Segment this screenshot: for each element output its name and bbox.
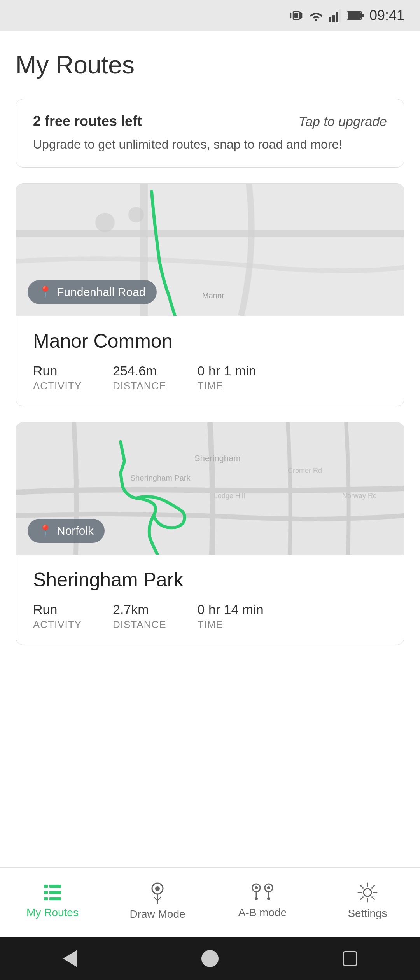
stat-time-label-manor: TIME [198,380,256,392]
stat-distance-value-sheringham: 2.7km [113,602,166,617]
recents-button[interactable] [340,948,361,970]
route-info-sheringham: Sheringham Park Run ACTIVITY 2.7km DISTA… [16,555,404,645]
draw-mode-icon [147,881,168,904]
stat-distance-label-manor: DISTANCE [113,380,166,392]
svg-rect-8 [336,12,338,22]
upgrade-banner[interactable]: 2 free routes left Tap to upgrade Upgrad… [16,99,404,168]
nav-label-draw-mode: Draw Mode [130,908,185,920]
route-stats-sheringham: Run ACTIVITY 2.7km DISTANCE 0 hr 14 min … [33,602,387,631]
svg-point-36 [267,886,270,889]
svg-text:Norway Rd: Norway Rd [342,492,377,500]
svg-point-17 [128,207,144,222]
stat-distance-value-manor: 254.6m [113,363,166,378]
tap-to-upgrade: Tap to upgrade [299,114,387,129]
stat-time-value-manor: 0 hr 1 min [198,363,256,378]
svg-rect-7 [332,15,335,22]
nav-label-ab-mode: A-B mode [238,906,287,919]
home-icon [201,950,219,967]
pin-icon-sheringham: 📍 [38,524,52,537]
svg-point-34 [255,886,258,889]
svg-text:Sheringham Park: Sheringham Park [130,474,191,482]
route-card-sheringham[interactable]: Sheringham Sheringham Park Lodge Hill Cr… [16,422,404,645]
svg-point-32 [155,886,160,891]
stat-activity-value-manor: Run [33,363,82,378]
stat-activity-value-sheringham: Run [33,602,82,617]
signal-icon [329,9,341,22]
location-name-sheringham: Norfolk [57,524,94,537]
stat-distance-label-sheringham: DISTANCE [113,619,166,631]
svg-rect-28 [49,891,61,894]
location-tag-sheringham: 📍 Norfolk [28,519,105,543]
status-bar: 09:41 [0,0,420,31]
svg-point-38 [267,897,270,900]
nav-label-my-routes: My Routes [26,906,79,919]
svg-rect-11 [348,12,361,19]
back-icon [63,950,77,967]
svg-point-39 [364,889,371,896]
svg-rect-9 [340,9,341,22]
svg-text:Lodge Hill: Lodge Hill [214,492,245,500]
svg-text:Sheringham: Sheringham [194,453,241,463]
status-time: 09:41 [369,7,404,24]
map-sheringham-park: Sheringham Sheringham Park Lodge Hill Cr… [16,422,404,555]
stat-time-value-sheringham: 0 hr 14 min [198,602,264,617]
recents-icon [343,951,357,966]
route-info-manor: Manor Common Run ACTIVITY 254.6m DISTANC… [16,316,404,406]
stat-activity-manor: Run ACTIVITY [33,363,82,392]
upgrade-description: Upgrade to get unlimited routes, snap to… [33,136,387,153]
svg-rect-29 [44,897,48,900]
svg-text:Manor: Manor [202,291,224,300]
my-routes-icon [41,882,64,903]
vibrate-icon [289,9,303,23]
route-card-manor-common[interactable]: Manor 📍 Fundenhall Road Manor Common Run… [16,183,404,406]
svg-rect-25 [44,885,48,888]
location-tag-manor: 📍 Fundenhall Road [28,280,157,304]
nav-item-my-routes[interactable]: My Routes [0,882,105,919]
svg-rect-14 [16,230,404,237]
stat-time-label-sheringham: TIME [198,619,264,631]
stat-activity-label-sheringham: ACTIVITY [33,619,82,631]
upgrade-top-row: 2 free routes left Tap to upgrade [33,113,387,130]
svg-rect-30 [49,897,61,900]
svg-rect-1 [294,13,298,18]
ab-mode-icon [250,882,275,903]
stat-activity-sheringham: Run ACTIVITY [33,602,82,631]
pin-icon-manor: 📍 [38,285,52,298]
page-title: My Routes [16,51,404,79]
home-button[interactable] [200,948,221,970]
nav-item-draw-mode[interactable]: Draw Mode [105,881,210,920]
svg-rect-12 [362,14,364,17]
back-button[interactable] [60,948,81,970]
nav-item-settings[interactable]: Settings [315,882,420,920]
route-name-sheringham: Sheringham Park [33,569,387,591]
settings-icon [357,882,378,903]
svg-point-16 [95,213,115,232]
map-manor-common: Manor 📍 Fundenhall Road [16,184,404,316]
main-content: My Routes 2 free routes left Tap to upgr… [0,31,420,867]
location-name-manor: Fundenhall Road [57,285,146,299]
stat-distance-manor: 254.6m DISTANCE [113,363,166,392]
system-nav [0,937,420,980]
nav-label-settings: Settings [348,907,387,920]
wifi-icon [309,10,324,21]
svg-rect-6 [329,18,331,22]
route-stats-manor: Run ACTIVITY 254.6m DISTANCE 0 hr 1 min … [33,363,387,392]
svg-point-37 [255,897,258,900]
free-routes-text: 2 free routes left [33,113,142,130]
svg-rect-26 [49,885,61,888]
nav-item-ab-mode[interactable]: A-B mode [210,882,315,919]
stat-distance-sheringham: 2.7km DISTANCE [113,602,166,631]
svg-text:Cromer Rd: Cromer Rd [288,467,322,474]
battery-icon [347,11,364,20]
stat-activity-label-manor: ACTIVITY [33,380,82,392]
route-name-manor: Manor Common [33,330,387,352]
stat-time-manor: 0 hr 1 min TIME [198,363,256,392]
bottom-nav: My Routes Draw Mode A-B mode [0,867,420,937]
svg-rect-27 [44,891,48,894]
status-icons: 09:41 [289,7,404,24]
stat-time-sheringham: 0 hr 14 min TIME [198,602,264,631]
